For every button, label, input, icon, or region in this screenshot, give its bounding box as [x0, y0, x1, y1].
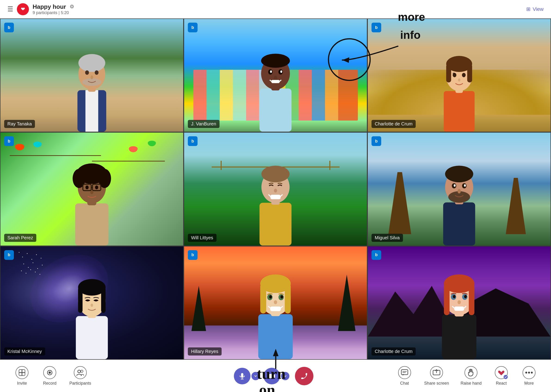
svg-point-84: [464, 295, 467, 298]
name-tag-8: Hillary Reyes: [188, 347, 222, 356]
svg-point-53: [464, 184, 466, 187]
share-screen-button[interactable]: Share screen: [424, 366, 449, 386]
participants-label: Participants: [69, 381, 91, 386]
bing-badge-8: b: [188, 250, 197, 260]
meeting-info: Happy hour ⚙ 9 participants | 5:20: [33, 3, 74, 15]
svg-point-44: [274, 189, 277, 192]
toolbar-center: [234, 367, 317, 385]
more-label: More: [524, 381, 534, 386]
svg-point-61: [90, 303, 93, 307]
video-cell-kristal-mckinney: b Kristal McKinney: [0, 246, 184, 360]
mic-options-button[interactable]: [251, 372, 260, 380]
bing-badge-9: b: [371, 250, 381, 260]
record-button[interactable]: Record: [42, 366, 58, 386]
person-ray-tanaka: [37, 36, 147, 132]
share-screen-icon: [430, 366, 443, 379]
name-tag-4: Sarah Perez: [4, 234, 36, 242]
video-cell-miguel-silva: b Miguel Silva: [367, 132, 551, 246]
invite-button[interactable]: Invite: [14, 366, 30, 386]
meeting-title: Happy hour: [33, 3, 66, 10]
video-options-button[interactable]: [281, 372, 289, 380]
svg-point-15: [270, 70, 272, 73]
mic-button[interactable]: [234, 368, 251, 384]
participants-button[interactable]: Participants: [69, 366, 91, 386]
name-tag-2: J. VanBuren: [188, 120, 219, 128]
svg-point-101: [531, 372, 533, 373]
bing-badge-4: b: [4, 136, 14, 146]
toolbar-left: Invite Record Participants: [14, 366, 91, 386]
video-grid: b Ray Tanaka: [0, 19, 551, 360]
video-cell-charlotte-top: b Charlotte de Crum: [367, 19, 551, 132]
svg-point-25: [462, 73, 466, 77]
mic-group: [234, 368, 260, 384]
svg-point-52: [454, 184, 456, 187]
svg-point-37: [95, 185, 98, 189]
name-tag-9: Charlotte de Crum: [371, 347, 416, 356]
svg-rect-18: [444, 91, 474, 132]
bing-badge-2: b: [188, 23, 197, 32]
svg-rect-45: [443, 202, 475, 245]
person-j-vanburen: [221, 36, 330, 132]
react-label: React: [496, 381, 507, 386]
video-button[interactable]: [263, 368, 280, 384]
more-icon: [522, 366, 536, 379]
svg-point-8: [90, 76, 93, 79]
person-will-littyes: [221, 150, 330, 245]
person-miguel-silva: [404, 150, 514, 245]
invite-icon: [15, 366, 29, 379]
chat-label: Chat: [400, 381, 409, 386]
svg-rect-27: [75, 203, 109, 245]
participants-icon: [74, 366, 87, 379]
react-button[interactable]: React: [493, 366, 509, 386]
svg-point-54: [457, 189, 461, 193]
svg-point-71: [269, 295, 272, 299]
svg-point-5: [85, 70, 89, 75]
meeting-icon: ❤: [17, 3, 29, 15]
svg-rect-62: [258, 314, 293, 359]
person-hillary-reyes: [219, 260, 332, 359]
svg-rect-9: [260, 89, 291, 132]
toolbar: Invite Record Participants: [0, 360, 551, 392]
name-tag-1: Ray Tanaka: [4, 120, 35, 128]
svg-rect-91: [241, 373, 243, 377]
svg-rect-79: [469, 284, 474, 315]
video-group: [263, 368, 289, 384]
bing-badge-3: b: [371, 23, 381, 32]
header-left: ☰ ❤ Happy hour ⚙ 9 participants | 5:20: [7, 3, 74, 15]
svg-rect-59: [78, 287, 83, 313]
settings-icon[interactable]: ⚙: [70, 4, 74, 10]
video-cell-j-vanburen: b J. VanBuren: [184, 19, 367, 132]
name-tag-7: Kristal McKinney: [4, 347, 45, 356]
name-tag-5: Will Littyes: [188, 234, 217, 242]
svg-point-83: [453, 295, 456, 298]
chat-icon: [398, 366, 411, 379]
menu-icon[interactable]: ☰: [7, 5, 13, 13]
svg-point-6: [94, 70, 99, 75]
svg-point-73: [274, 300, 277, 304]
svg-rect-94: [268, 374, 273, 378]
raise-hand-button[interactable]: Raise hand: [461, 366, 482, 386]
person-sarah-perez: [35, 150, 149, 245]
view-button[interactable]: ⊞ View: [526, 6, 544, 12]
chat-button[interactable]: Chat: [397, 366, 413, 386]
svg-point-32: [98, 169, 111, 188]
svg-rect-17: [271, 80, 280, 83]
svg-point-100: [528, 372, 530, 373]
svg-point-90: [81, 370, 83, 372]
name-tag-3: Charlotte de Crum: [371, 120, 416, 128]
svg-point-99: [525, 372, 527, 373]
svg-point-85: [457, 300, 461, 304]
svg-rect-67: [285, 284, 291, 314]
more-button[interactable]: More: [521, 366, 537, 386]
svg-rect-78: [444, 284, 450, 315]
bing-badge-5: b: [188, 136, 197, 146]
svg-rect-60: [101, 287, 105, 313]
svg-point-42: [261, 166, 290, 182]
svg-rect-1: [85, 90, 98, 132]
record-label: Record: [43, 381, 57, 386]
end-call-button[interactable]: [295, 367, 313, 385]
svg-point-12: [261, 54, 290, 68]
svg-point-38: [90, 190, 94, 194]
svg-point-4: [78, 54, 105, 72]
svg-point-36: [85, 185, 89, 189]
